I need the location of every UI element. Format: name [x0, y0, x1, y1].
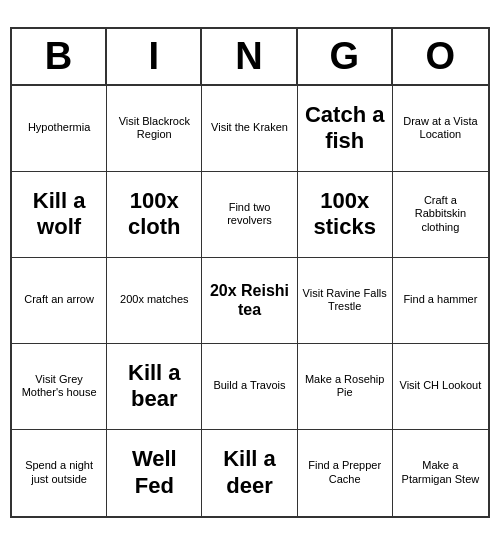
cell-text-22: Kill a deer	[206, 446, 292, 499]
cell-text-13: Visit Ravine Falls Trestle	[302, 287, 388, 313]
cell-21[interactable]: Well Fed	[107, 430, 202, 516]
cell-text-1: Visit Blackrock Region	[111, 115, 197, 141]
cell-13[interactable]: Visit Ravine Falls Trestle	[298, 258, 393, 344]
cell-text-4: Draw at a Vista Location	[397, 115, 484, 141]
cell-text-8: 100x sticks	[302, 188, 388, 241]
cell-text-2: Visit the Kraken	[211, 121, 288, 134]
cell-text-11: 200x matches	[120, 293, 188, 306]
cell-text-17: Build a Travois	[213, 379, 285, 392]
letter-g: G	[298, 29, 393, 84]
cell-text-19: Visit CH Lookout	[400, 379, 482, 392]
cell-4[interactable]: Draw at a Vista Location	[393, 86, 488, 172]
cell-12[interactable]: 20x Reishi tea	[202, 258, 297, 344]
cell-text-7: Find two revolvers	[206, 201, 292, 227]
cell-15[interactable]: Visit Grey Mother's house	[12, 344, 107, 430]
bingo-card: B I N G O HypothermiaVisit Blackrock Reg…	[10, 27, 490, 518]
cell-text-10: Craft an arrow	[24, 293, 94, 306]
cell-text-24: Make a Ptarmigan Stew	[397, 459, 484, 485]
cell-text-6: 100x cloth	[111, 188, 197, 241]
cell-22[interactable]: Kill a deer	[202, 430, 297, 516]
cell-1[interactable]: Visit Blackrock Region	[107, 86, 202, 172]
letter-i: I	[107, 29, 202, 84]
cell-19[interactable]: Visit CH Lookout	[393, 344, 488, 430]
cell-text-0: Hypothermia	[28, 121, 90, 134]
cell-text-20: Spend a night just outside	[16, 459, 102, 485]
cell-6[interactable]: 100x cloth	[107, 172, 202, 258]
cell-9[interactable]: Craft a Rabbitskin clothing	[393, 172, 488, 258]
cell-16[interactable]: Kill a bear	[107, 344, 202, 430]
bingo-header: B I N G O	[12, 29, 488, 86]
bingo-grid: HypothermiaVisit Blackrock RegionVisit t…	[12, 86, 488, 516]
cell-text-16: Kill a bear	[111, 360, 197, 413]
cell-10[interactable]: Craft an arrow	[12, 258, 107, 344]
cell-24[interactable]: Make a Ptarmigan Stew	[393, 430, 488, 516]
cell-text-23: Find a Prepper Cache	[302, 459, 388, 485]
cell-7[interactable]: Find two revolvers	[202, 172, 297, 258]
cell-5[interactable]: Kill a wolf	[12, 172, 107, 258]
cell-text-15: Visit Grey Mother's house	[16, 373, 102, 399]
cell-20[interactable]: Spend a night just outside	[12, 430, 107, 516]
cell-text-14: Find a hammer	[403, 293, 477, 306]
cell-17[interactable]: Build a Travois	[202, 344, 297, 430]
cell-2[interactable]: Visit the Kraken	[202, 86, 297, 172]
cell-text-21: Well Fed	[111, 446, 197, 499]
letter-o: O	[393, 29, 488, 84]
cell-0[interactable]: Hypothermia	[12, 86, 107, 172]
cell-11[interactable]: 200x matches	[107, 258, 202, 344]
cell-text-12: 20x Reishi tea	[206, 281, 292, 319]
letter-b: B	[12, 29, 107, 84]
cell-text-5: Kill a wolf	[16, 188, 102, 241]
cell-3[interactable]: Catch a fish	[298, 86, 393, 172]
cell-18[interactable]: Make a Rosehip Pie	[298, 344, 393, 430]
cell-8[interactable]: 100x sticks	[298, 172, 393, 258]
letter-n: N	[202, 29, 297, 84]
cell-text-3: Catch a fish	[302, 102, 388, 155]
cell-text-9: Craft a Rabbitskin clothing	[397, 194, 484, 234]
cell-14[interactable]: Find a hammer	[393, 258, 488, 344]
cell-text-18: Make a Rosehip Pie	[302, 373, 388, 399]
cell-23[interactable]: Find a Prepper Cache	[298, 430, 393, 516]
